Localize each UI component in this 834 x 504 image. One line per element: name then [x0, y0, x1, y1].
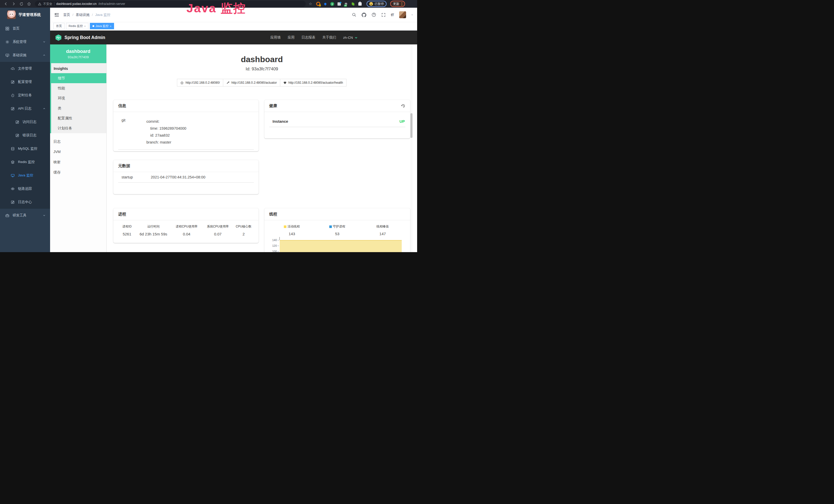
sidebar-item-dev-tools[interactable]: 研发工具 — [0, 209, 50, 222]
github-icon[interactable] — [361, 13, 366, 17]
sidebar-item-trace[interactable]: 链路追踪 — [0, 182, 50, 196]
sidebar-item-file-manage[interactable]: 文件管理 — [0, 62, 50, 75]
sidebar-item-mysql-monitor[interactable]: MySQL 监控 — [0, 142, 50, 155]
tab-home[interactable]: 首页 — [53, 23, 64, 29]
hamburger-icon[interactable] — [54, 13, 59, 17]
sba-menu-logs[interactable]: 日志 — [50, 136, 106, 146]
sba-locale-select[interactable]: zh-CN — [343, 36, 358, 40]
breadcrumb-home[interactable]: 首页 — [63, 13, 70, 17]
bookmark-star-icon[interactable]: ☆ — [309, 2, 312, 6]
process-col-proc-cpu: 进程CPU使用率 0.04 — [171, 224, 202, 236]
sba-nav-links: 应用墙 应用 日志报表 关于我们 zh-CN — [270, 35, 358, 40]
help-icon[interactable] — [372, 13, 376, 17]
warning-triangle-icon — [38, 2, 41, 6]
sba-menu-config-props[interactable]: 配置属性 — [51, 113, 106, 123]
timer-icon — [11, 93, 15, 97]
history-icon[interactable] — [401, 104, 405, 108]
app-title: 芋道管理系统 — [19, 12, 41, 17]
sba-menu-caches[interactable]: 缓存 — [50, 167, 106, 177]
content-scrollbar[interactable] — [411, 44, 413, 252]
browser-home-button[interactable] — [26, 1, 32, 7]
sba-menu-mappings[interactable]: 映射 — [50, 157, 106, 167]
extension-on-badge: on — [344, 5, 347, 7]
sba-menu-scheduled-tasks[interactable]: 计划任务 — [51, 123, 106, 133]
extension-refresh-icon[interactable]: 1 — [316, 2, 320, 6]
extension-pin-icon[interactable] — [323, 2, 327, 6]
tab-redis-monitor[interactable]: Redis 监控 × — [66, 23, 88, 29]
font-size-icon[interactable]: tT — [391, 13, 394, 17]
sba-content: dashboard Id: 93a3fc7f7409 http://192.16… — [107, 44, 417, 252]
tab-label: 首页 — [56, 24, 62, 28]
sba-brand[interactable]: Spring Boot Admin — [55, 34, 105, 41]
tab-java-monitor[interactable]: Java 监控 × — [90, 23, 114, 29]
fullscreen-icon[interactable] — [381, 13, 386, 17]
extension-y-icon[interactable]: y — [330, 2, 334, 6]
sidebar-item-label: MySQL 监控 — [18, 146, 37, 151]
browser-profile-chip[interactable]: 已暂停 — [367, 1, 387, 7]
extension-grid-icon[interactable] — [337, 2, 341, 6]
extension-bar: 1 y on — [316, 2, 362, 6]
sba-menu-jvm[interactable]: JVM — [50, 146, 106, 157]
process-header: 运行时间 — [136, 224, 171, 229]
sba-main: dashboard 93a3fc7f7409 Insights 细节 性能 环境… — [50, 44, 417, 252]
chevron-down-icon — [43, 214, 46, 217]
info-key: git — [122, 118, 147, 146]
sba-menu-details[interactable]: 细节 — [51, 73, 106, 83]
sidebar-item-config-manage[interactable]: 配置管理 — [0, 75, 50, 89]
browser-forward-button[interactable] — [10, 1, 17, 7]
service-url-button[interactable]: http://192.168.0.2:48080/ — [177, 79, 223, 87]
metadata-card: 元数据 startup 2021-04-27T00:44:31.254+08:0… — [113, 160, 259, 194]
edit-square-icon — [16, 120, 19, 124]
process-value: 6d 23h 15m 59s — [136, 232, 171, 236]
browser-toolbar: 不安全 dashboard.yudao.iocoder.cn/infra/adm… — [0, 0, 417, 8]
extension-puzzle-icon[interactable] — [358, 2, 362, 6]
display-icon — [11, 174, 15, 177]
sidebar-item-access-log[interactable]: 访问日志 — [0, 115, 50, 129]
metadata-key: startup — [122, 175, 151, 179]
process-card-title: 进程 — [118, 211, 126, 217]
address-bar[interactable]: 不安全 dashboard.yudao.iocoder.cn/infra/adm… — [35, 1, 306, 7]
sba-menu-environment[interactable]: 环境 — [51, 93, 106, 103]
health-card-title: 健康 — [269, 103, 277, 109]
browser-reload-button[interactable] — [18, 1, 25, 7]
browser-update-button[interactable]: 更新 — [390, 1, 405, 7]
browser-back-button[interactable] — [3, 1, 9, 7]
sba-nav-journal[interactable]: 日志报表 — [302, 35, 315, 40]
scrollbar-thumb[interactable] — [411, 113, 413, 138]
app-logo-row[interactable]: 芋道管理系统 — [0, 8, 50, 22]
health-row-instance: Instance UP — [269, 119, 405, 127]
profile-paused-label: 已暂停 — [374, 2, 384, 6]
sidebar-item-label: 系统管理 — [13, 40, 26, 44]
tab-close-icon[interactable]: × — [110, 25, 111, 28]
process-col-sys-cpu: 系统CPU使用率 0.07 — [202, 224, 233, 236]
sidebar-item-redis-monitor[interactable]: Redis 监控 — [0, 155, 50, 169]
sidebar-item-scheduled-jobs[interactable]: 定时任务 — [0, 89, 50, 102]
metadata-card-header: 元数据 — [113, 160, 259, 172]
legend-yellow-swatch — [284, 225, 286, 228]
browser-menu-icon[interactable] — [401, 4, 402, 4]
sba-nav-about[interactable]: 关于我们 — [322, 35, 336, 40]
health-url-button[interactable]: http://192.168.0.2:48080/actuator/health — [280, 79, 347, 87]
sidebar-item-error-log[interactable]: 错误日志 — [0, 129, 50, 142]
extension-list-icon[interactable]: on — [344, 2, 348, 6]
sidebar-item-system[interactable]: 系统管理 — [0, 35, 50, 48]
sba-nav-applications[interactable]: 应用 — [288, 35, 294, 40]
sba-menu-metrics[interactable]: 性能 — [51, 83, 106, 93]
sidebar-item-log-center[interactable]: 日志中心 — [0, 196, 50, 209]
sidebar-item-infra[interactable]: 基础设施 — [0, 48, 50, 62]
tab-close-icon[interactable]: × — [84, 25, 86, 28]
sba-menu-classes[interactable]: 类 — [51, 103, 106, 113]
sba-instance-header[interactable]: dashboard 93a3fc7f7409 — [50, 44, 106, 63]
user-caret-icon[interactable]: ▾ — [412, 13, 413, 16]
sidebar-item-api-log[interactable]: API 日志 — [0, 102, 50, 115]
home-icon — [180, 81, 184, 85]
sidebar-item-java-monitor[interactable]: Java 监控 — [0, 169, 50, 182]
search-icon[interactable] — [352, 13, 356, 17]
extension-leaf-icon[interactable] — [351, 2, 355, 6]
actuator-url-button[interactable]: http://192.168.0.2:48080/actuator — [223, 79, 280, 87]
sba-nav-wallboard[interactable]: 应用墙 — [270, 35, 281, 40]
user-avatar[interactable] — [399, 11, 406, 18]
sidebar-item-home[interactable]: 首页 — [0, 22, 50, 35]
update-label: 更新 — [393, 2, 399, 6]
breadcrumb-infra[interactable]: 基础设施 — [76, 13, 90, 17]
